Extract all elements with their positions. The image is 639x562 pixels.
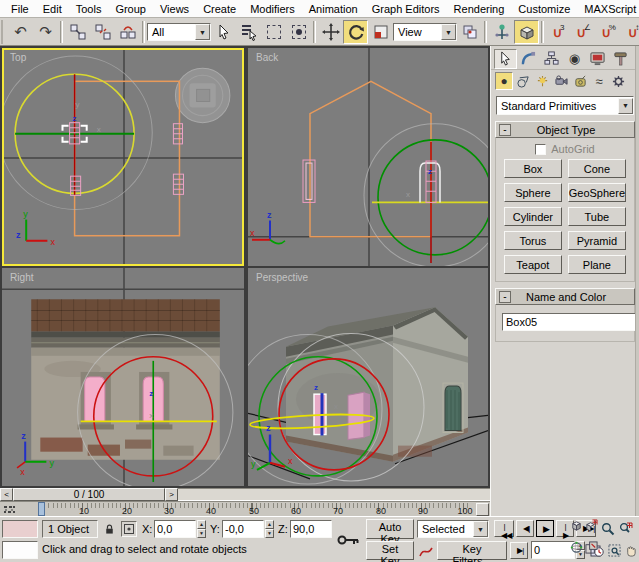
y-spinner[interactable]: ▲▼ [265, 520, 274, 538]
toolbar-grip[interactable] [1, 20, 6, 44]
time-slider-track[interactable] [178, 488, 490, 501]
current-frame-marker[interactable] [38, 502, 45, 516]
time-slider-handle[interactable]: 0 / 100 [13, 488, 165, 501]
x-coordinate-field[interactable] [154, 520, 196, 538]
go-to-start-button[interactable]: |◀◀ [494, 520, 514, 537]
select-object-icon[interactable] [211, 20, 236, 44]
primitive-cone-button[interactable]: Cone [568, 159, 626, 178]
menu-tools[interactable]: Tools [69, 1, 109, 17]
chevron-down-icon[interactable]: ▼ [618, 98, 633, 114]
viewport-top[interactable]: z x y y x z Top [2, 48, 244, 266]
bind-to-space-warp-icon[interactable] [115, 20, 140, 44]
zoom-icon[interactable] [599, 520, 616, 537]
set-key-button[interactable]: Set Key [366, 541, 414, 560]
percent-snap-toggle-icon[interactable]: ∪% [596, 20, 621, 44]
set-keys-key-icon[interactable] [336, 525, 362, 555]
rectangular-selection-region-icon[interactable] [261, 20, 286, 44]
maxscript-mini-listener-macro[interactable] [2, 520, 38, 538]
collapse-icon[interactable]: - [499, 124, 511, 136]
primitive-category-dropdown[interactable]: Standard Primitives ▼ [496, 96, 634, 115]
new-key-default-in-out-tangents-icon[interactable] [417, 542, 435, 559]
selection-lock-icon[interactable] [102, 521, 117, 537]
category-helpers[interactable] [571, 72, 589, 90]
play-button[interactable]: ▶ [536, 520, 554, 537]
perspective-viewport-canvas[interactable]: z x z y x Perspecti [248, 268, 488, 486]
auto-key-button[interactable]: Auto Key [366, 519, 414, 539]
zoom-extents-icon[interactable] [570, 519, 583, 536]
track-bar[interactable]: 0 10 20 30 40 50 60 70 80 90 100 [0, 501, 490, 516]
category-shapes[interactable] [514, 72, 532, 90]
zoom-extents-all-icon[interactable] [585, 519, 598, 536]
undo-icon[interactable]: ↶ [8, 20, 33, 44]
tab-utilities[interactable] [609, 49, 632, 69]
rollout-name-and-color[interactable]: - Name and Color [495, 288, 635, 305]
object-name-input[interactable] [502, 313, 639, 331]
top-viewport-canvas[interactable]: z x y y x z Top [2, 48, 244, 266]
menu-rendering[interactable]: Rendering [447, 1, 512, 17]
keyboard-shortcut-override-toggle-icon[interactable] [514, 20, 539, 44]
menu-animation[interactable]: Animation [302, 1, 365, 17]
spinner-snap-toggle-icon[interactable]: ∪↕ [621, 20, 639, 44]
autogrid-checkbox[interactable] [535, 144, 546, 155]
category-geometry[interactable]: ● [495, 72, 513, 90]
chevron-down-icon[interactable]: ▼ [473, 521, 488, 537]
primitive-box-button[interactable]: Box [504, 159, 562, 178]
zoom-region-icon[interactable] [607, 542, 622, 559]
collapse-icon[interactable]: - [499, 291, 511, 303]
viewport-back-label[interactable]: Back [256, 52, 279, 63]
category-cameras[interactable] [552, 72, 570, 90]
menu-customize[interactable]: Customize [511, 1, 577, 17]
tab-modify[interactable] [517, 49, 540, 69]
frame-next-button[interactable]: > [165, 488, 178, 501]
menu-file[interactable]: File [4, 1, 36, 17]
unlink-selection-icon[interactable] [90, 20, 115, 44]
menu-graph-editors[interactable]: Graph Editors [365, 1, 447, 17]
z-coordinate-field[interactable] [290, 520, 332, 538]
primitive-tube-button[interactable]: Tube [568, 207, 626, 226]
tab-motion[interactable]: ◉ [563, 49, 586, 69]
frame-prev-button[interactable]: < [0, 488, 13, 501]
selection-filter-dropdown[interactable]: All ▼ [147, 23, 211, 41]
key-filters-button[interactable]: Key Filters... [437, 541, 507, 560]
select-and-rotate-icon[interactable] [343, 20, 368, 44]
key-mode-toggle-button[interactable]: ▶| [510, 542, 528, 559]
y-coordinate-field[interactable] [222, 520, 264, 538]
primitive-geosphere-button[interactable]: GeoSphere [568, 183, 626, 202]
primitive-plane-button[interactable]: Plane [568, 255, 626, 274]
min-max-toggle-icon[interactable] [585, 541, 598, 558]
redo-icon[interactable]: ↷ [33, 20, 58, 44]
angle-snap-toggle-icon[interactable]: ∪∠ [571, 20, 596, 44]
select-and-manipulate-icon[interactable] [489, 20, 514, 44]
snap-toggle-3d-icon[interactable]: ∪3 [546, 20, 571, 44]
select-and-move-icon[interactable] [318, 20, 343, 44]
primitive-teapot-button[interactable]: Teapot [504, 255, 562, 274]
menu-edit[interactable]: Edit [36, 1, 69, 17]
primitive-pyramid-button[interactable]: Pyramid [568, 231, 626, 250]
menu-views[interactable]: Views [153, 1, 196, 17]
tab-create[interactable] [494, 49, 517, 69]
menu-create[interactable]: Create [196, 1, 243, 17]
select-by-name-icon[interactable] [236, 20, 261, 44]
x-spinner[interactable]: ▲▼ [197, 520, 206, 538]
viewport-perspective-label[interactable]: Perspective [256, 272, 309, 283]
viewport-right-label[interactable]: Right [10, 272, 34, 283]
back-viewport-canvas[interactable]: z x z x Back [248, 48, 488, 266]
menu-group[interactable]: Group [108, 1, 153, 17]
category-lights[interactable] [533, 72, 551, 90]
menu-modifiers[interactable]: Modifiers [243, 1, 302, 17]
rollout-object-type[interactable]: - Object Type [495, 121, 635, 138]
key-mode-dropdown[interactable]: Selected ▼ [417, 520, 489, 538]
zoom-all-icon[interactable] [617, 520, 634, 537]
primitive-torus-button[interactable]: Torus [504, 231, 562, 250]
maxscript-mini-listener[interactable] [2, 541, 38, 559]
viewport-perspective[interactable]: z x z y x Perspecti [248, 268, 488, 486]
chevron-down-icon[interactable]: ▼ [195, 24, 210, 40]
select-and-link-icon[interactable] [65, 20, 90, 44]
primitive-sphere-button[interactable]: Sphere [504, 183, 562, 202]
viewport-back[interactable]: z x z x Back [248, 48, 488, 266]
absolute-offset-mode-icon[interactable] [121, 521, 137, 537]
select-and-scale-icon[interactable] [368, 20, 393, 44]
window-crossing-icon[interactable] [286, 20, 311, 44]
current-frame-field[interactable] [531, 541, 575, 559]
right-viewport-canvas[interactable]: z x z y x Right [2, 268, 244, 486]
